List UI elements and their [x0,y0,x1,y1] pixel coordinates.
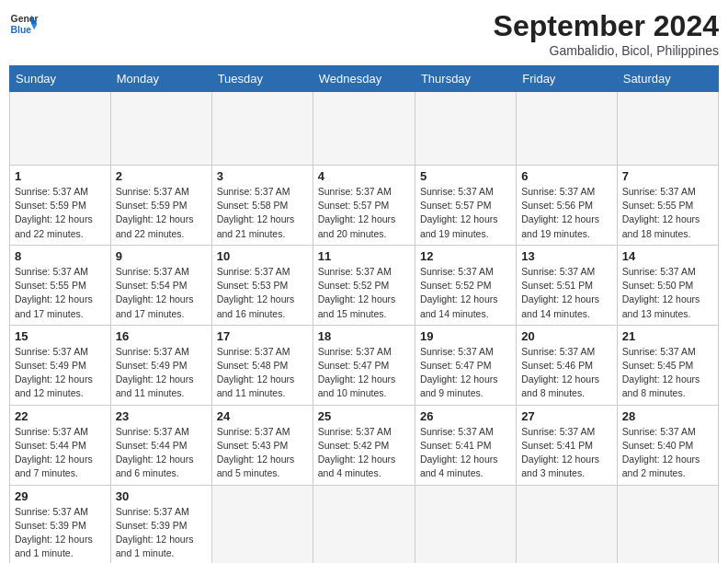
day-number: 30 [116,489,207,503]
calendar-cell [415,92,516,166]
calendar-cell: 7Sunrise: 5:37 AMSunset: 5:55 PMDaylight… [617,166,718,246]
day-number: 14 [622,249,713,263]
day-number: 16 [116,329,207,343]
calendar-cell: 27Sunrise: 5:37 AMSunset: 5:41 PMDayligh… [517,405,617,485]
calendar-week-row: 15Sunrise: 5:37 AMSunset: 5:49 PMDayligh… [10,325,719,405]
day-detail: Sunrise: 5:37 AMSunset: 5:39 PMDaylight:… [116,505,207,561]
calendar-cell [313,485,415,563]
day-number: 1 [15,169,106,183]
calendar-cell: 2Sunrise: 5:37 AMSunset: 5:59 PMDaylight… [110,166,211,246]
calendar-cell: 3Sunrise: 5:37 AMSunset: 5:58 PMDaylight… [211,166,313,246]
day-detail: Sunrise: 5:37 AMSunset: 5:56 PMDaylight:… [521,185,611,241]
calendar-cell [617,92,718,166]
calendar-cell: 5Sunrise: 5:37 AMSunset: 5:57 PMDaylight… [415,166,516,246]
day-header-thursday: Thursday [415,66,516,92]
day-number: 23 [116,409,207,423]
header: General Blue September 2024 Gambalidio, … [9,9,719,58]
svg-marker-3 [31,24,37,29]
calendar-cell [517,485,617,563]
calendar-cell [415,485,516,563]
day-number: 24 [217,409,308,423]
day-number: 2 [116,169,207,183]
day-detail: Sunrise: 5:37 AMSunset: 5:43 PMDaylight:… [217,425,308,481]
calendar-cell [110,92,211,166]
calendar-cell: 8Sunrise: 5:37 AMSunset: 5:55 PMDaylight… [10,245,111,325]
calendar-cell [313,92,415,166]
calendar-cell: 13Sunrise: 5:37 AMSunset: 5:51 PMDayligh… [517,245,617,325]
day-detail: Sunrise: 5:37 AMSunset: 5:51 PMDaylight:… [521,265,611,321]
day-detail: Sunrise: 5:37 AMSunset: 5:44 PMDaylight:… [15,425,106,481]
day-number: 5 [420,169,511,183]
calendar-cell: 28Sunrise: 5:37 AMSunset: 5:40 PMDayligh… [617,405,718,485]
calendar-cell: 24Sunrise: 5:37 AMSunset: 5:43 PMDayligh… [211,405,313,485]
logo: General Blue [9,9,39,39]
day-detail: Sunrise: 5:37 AMSunset: 5:49 PMDaylight:… [116,345,207,401]
calendar-cell: 21Sunrise: 5:37 AMSunset: 5:45 PMDayligh… [617,325,718,405]
day-detail: Sunrise: 5:37 AMSunset: 5:54 PMDaylight:… [116,265,207,321]
day-detail: Sunrise: 5:37 AMSunset: 5:40 PMDaylight:… [622,425,713,481]
day-number: 13 [521,249,611,263]
calendar-header-row: SundayMondayTuesdayWednesdayThursdayFrid… [10,66,719,92]
day-number: 20 [521,329,611,343]
day-number: 28 [622,409,713,423]
day-detail: Sunrise: 5:37 AMSunset: 5:52 PMDaylight:… [420,265,511,321]
day-number: 18 [318,329,410,343]
calendar-week-row: 22Sunrise: 5:37 AMSunset: 5:44 PMDayligh… [10,405,719,485]
title-area: September 2024 Gambalidio, Bicol, Philip… [494,9,719,58]
calendar-table: SundayMondayTuesdayWednesdayThursdayFrid… [9,65,719,563]
calendar-cell [211,485,313,563]
calendar-cell [10,92,111,166]
day-number: 4 [318,169,410,183]
logo-icon: General Blue [9,9,39,39]
calendar-cell [517,92,617,166]
day-header-sunday: Sunday [10,66,111,92]
day-detail: Sunrise: 5:37 AMSunset: 5:53 PMDaylight:… [217,265,308,321]
day-detail: Sunrise: 5:37 AMSunset: 5:47 PMDaylight:… [318,345,410,401]
day-detail: Sunrise: 5:37 AMSunset: 5:47 PMDaylight:… [420,345,511,401]
day-detail: Sunrise: 5:37 AMSunset: 5:46 PMDaylight:… [521,345,611,401]
calendar-cell: 15Sunrise: 5:37 AMSunset: 5:49 PMDayligh… [10,325,111,405]
calendar-cell: 1Sunrise: 5:37 AMSunset: 5:59 PMDaylight… [10,166,111,246]
day-detail: Sunrise: 5:37 AMSunset: 5:44 PMDaylight:… [116,425,207,481]
calendar-week-row: 1Sunrise: 5:37 AMSunset: 5:59 PMDaylight… [10,166,719,246]
location: Gambalidio, Bicol, Philippines [494,43,719,58]
day-detail: Sunrise: 5:37 AMSunset: 5:59 PMDaylight:… [116,185,207,241]
calendar-cell: 26Sunrise: 5:37 AMSunset: 5:41 PMDayligh… [415,405,516,485]
day-detail: Sunrise: 5:37 AMSunset: 5:45 PMDaylight:… [622,345,713,401]
day-number: 29 [15,489,106,503]
day-detail: Sunrise: 5:37 AMSunset: 5:49 PMDaylight:… [15,345,106,401]
calendar-cell: 17Sunrise: 5:37 AMSunset: 5:48 PMDayligh… [211,325,313,405]
day-number: 6 [521,169,611,183]
day-detail: Sunrise: 5:37 AMSunset: 5:42 PMDaylight:… [318,425,410,481]
day-number: 21 [622,329,713,343]
day-detail: Sunrise: 5:37 AMSunset: 5:39 PMDaylight:… [15,505,106,561]
calendar-cell: 11Sunrise: 5:37 AMSunset: 5:52 PMDayligh… [313,245,415,325]
calendar-cell: 20Sunrise: 5:37 AMSunset: 5:46 PMDayligh… [517,325,617,405]
calendar-cell: 6Sunrise: 5:37 AMSunset: 5:56 PMDaylight… [517,166,617,246]
calendar-cell: 18Sunrise: 5:37 AMSunset: 5:47 PMDayligh… [313,325,415,405]
day-header-wednesday: Wednesday [313,66,415,92]
day-detail: Sunrise: 5:37 AMSunset: 5:57 PMDaylight:… [420,185,511,241]
day-number: 15 [15,329,106,343]
day-header-monday: Monday [110,66,211,92]
day-number: 3 [217,169,308,183]
day-number: 8 [15,249,106,263]
calendar-cell: 14Sunrise: 5:37 AMSunset: 5:50 PMDayligh… [617,245,718,325]
calendar-cell [211,92,313,166]
day-detail: Sunrise: 5:37 AMSunset: 5:59 PMDaylight:… [15,185,106,241]
calendar-cell: 10Sunrise: 5:37 AMSunset: 5:53 PMDayligh… [211,245,313,325]
calendar-cell: 4Sunrise: 5:37 AMSunset: 5:57 PMDaylight… [313,166,415,246]
day-header-saturday: Saturday [617,66,718,92]
calendar-week-row: 8Sunrise: 5:37 AMSunset: 5:55 PMDaylight… [10,245,719,325]
calendar-cell: 29Sunrise: 5:37 AMSunset: 5:39 PMDayligh… [10,485,111,563]
day-number: 10 [217,249,308,263]
day-detail: Sunrise: 5:37 AMSunset: 5:57 PMDaylight:… [318,185,410,241]
day-number: 25 [318,409,410,423]
day-detail: Sunrise: 5:37 AMSunset: 5:55 PMDaylight:… [15,265,106,321]
calendar-cell: 22Sunrise: 5:37 AMSunset: 5:44 PMDayligh… [10,405,111,485]
calendar-cell: 19Sunrise: 5:37 AMSunset: 5:47 PMDayligh… [415,325,516,405]
day-number: 7 [622,169,713,183]
calendar-cell: 16Sunrise: 5:37 AMSunset: 5:49 PMDayligh… [110,325,211,405]
calendar-week-row [10,92,719,166]
day-number: 27 [521,409,611,423]
